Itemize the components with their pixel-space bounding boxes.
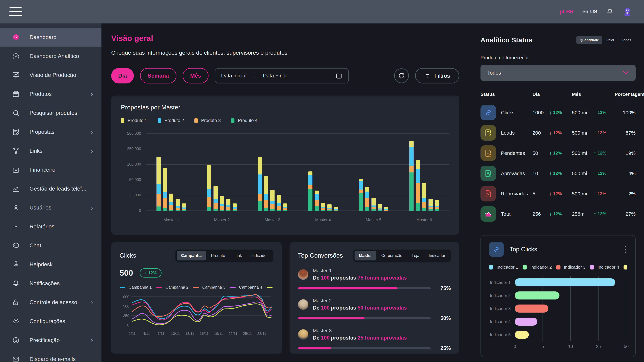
conversions-tab-master[interactable]: Master bbox=[354, 251, 376, 260]
bar-group bbox=[298, 134, 348, 211]
stacked-bar[interactable] bbox=[226, 199, 230, 211]
month-value: 500 mi bbox=[572, 110, 594, 115]
sidebar-item-chat[interactable]: Chat bbox=[0, 236, 102, 255]
stacked-bar[interactable] bbox=[428, 199, 433, 211]
stacked-bar[interactable] bbox=[378, 204, 382, 211]
language-pt-br[interactable]: pt-BR bbox=[560, 9, 574, 15]
clicks-tab-link[interactable]: Link bbox=[230, 251, 246, 260]
clicks-tab-indicador[interactable]: Indicador bbox=[247, 251, 272, 260]
filters-button[interactable]: Filtros bbox=[415, 68, 459, 83]
language-en-us[interactable]: en-US bbox=[582, 9, 598, 15]
clicks-tab-produto[interactable]: Produto bbox=[206, 251, 230, 260]
sidebar-item-pesquisar-produtos[interactable]: Pesquisar produtos bbox=[0, 103, 102, 122]
stacked-bar[interactable] bbox=[220, 196, 224, 211]
sidebar-item-relatorios[interactable]: Relatórios bbox=[0, 217, 102, 236]
sidebar-item-financeiro[interactable]: Financeiro bbox=[0, 160, 102, 179]
stacked-bar[interactable] bbox=[384, 207, 388, 211]
stacked-bar[interactable] bbox=[207, 165, 211, 211]
conversions-tab-corporacao[interactable]: Corporação bbox=[377, 251, 406, 260]
stacked-bar[interactable] bbox=[359, 179, 363, 211]
sidebar-item-precificacao[interactable]: Precificação› bbox=[0, 331, 102, 350]
chevron-down-icon bbox=[623, 71, 629, 75]
conversions-tab-loja[interactable]: Loja bbox=[407, 251, 424, 260]
stacked-bar[interactable] bbox=[258, 157, 262, 211]
stacked-bar[interactable] bbox=[314, 191, 319, 211]
stacked-bar[interactable] bbox=[308, 171, 312, 211]
sidebar-item-dashboard[interactable]: Dashboard bbox=[0, 28, 102, 46]
refresh-button[interactable] bbox=[394, 68, 409, 83]
sidebar-item-dashboard-analitico[interactable]: Dashboard Analítico bbox=[0, 46, 102, 65]
clicks-tab-campanha[interactable]: Campanha bbox=[176, 251, 206, 260]
stacked-bar[interactable] bbox=[182, 203, 186, 211]
stacked-bar[interactable] bbox=[365, 187, 369, 211]
lock-icon bbox=[12, 299, 20, 306]
period-chip-mes[interactable]: Mês bbox=[183, 68, 208, 83]
stacked-bar[interactable] bbox=[435, 200, 439, 211]
hbar[interactable] bbox=[515, 305, 548, 313]
analytics-tab-valor[interactable]: Valor bbox=[603, 36, 618, 44]
status-table: StatusDiaMêsPorcentagem Clicks1000↑12%50… bbox=[480, 92, 636, 224]
arrow-up-icon: ↑ bbox=[594, 211, 596, 217]
period-chip-dia[interactable]: Dia bbox=[111, 68, 134, 83]
monitor-chart-icon bbox=[12, 71, 20, 79]
analytics-tab-quantidade[interactable]: Quantidade bbox=[576, 36, 602, 44]
sidebar-item-visao-de-producao[interactable]: Visão de Produção bbox=[0, 65, 102, 84]
stacked-bar[interactable] bbox=[169, 194, 174, 211]
stacked-bar[interactable] bbox=[416, 160, 420, 211]
hbar[interactable] bbox=[515, 331, 529, 339]
sidebar-item-propostas[interactable]: Propostas› bbox=[0, 122, 102, 141]
cashbox-icon bbox=[12, 166, 20, 174]
sidebar-item-configuracoes[interactable]: Configurações bbox=[0, 312, 102, 331]
chevron-right-icon: › bbox=[90, 337, 93, 344]
stacked-bar[interactable] bbox=[283, 203, 287, 211]
clicks-tabs: CampanhaProdutoLinkIndicador bbox=[176, 250, 273, 262]
hbar-row: Indicador 3 bbox=[489, 302, 627, 315]
sidebar-item-helpdesk[interactable]: Helpdesk bbox=[0, 255, 102, 274]
stacked-bar[interactable] bbox=[327, 204, 332, 211]
day-value: 5 bbox=[532, 191, 549, 197]
sidebar-item-controle-de-acesso[interactable]: Controle de acesso› bbox=[0, 293, 102, 312]
stacked-bar[interactable] bbox=[176, 199, 180, 211]
stacked-bar[interactable] bbox=[321, 203, 325, 211]
x-axis-tick: 5 bbox=[542, 344, 544, 349]
stacked-bar[interactable] bbox=[270, 190, 274, 211]
stacked-bar[interactable] bbox=[156, 157, 161, 211]
stacked-bar[interactable] bbox=[410, 141, 414, 211]
sidebar-item-notificacoes[interactable]: Notificações bbox=[0, 274, 102, 293]
stacked-bar[interactable] bbox=[264, 176, 268, 211]
sidebar-item-disparo-de-e-mails[interactable]: Disparo de e-mails bbox=[0, 350, 102, 362]
period-chip-semana[interactable]: Semana bbox=[140, 68, 176, 83]
conversion-text: De 100 propostas 75 foram aprovadas bbox=[313, 275, 407, 281]
svg-text:19/11: 19/11 bbox=[214, 332, 223, 336]
stacked-bar[interactable] bbox=[372, 198, 376, 211]
sidebar-item-label: Precificação bbox=[30, 337, 60, 344]
hbar[interactable] bbox=[515, 318, 537, 326]
hamburger-menu-icon[interactable] bbox=[10, 4, 22, 19]
stacked-bar[interactable] bbox=[422, 183, 426, 211]
more-options-icon[interactable] bbox=[624, 245, 627, 254]
sidebar-item-produtos[interactable]: Produtos› bbox=[0, 84, 102, 103]
hbar[interactable] bbox=[515, 292, 560, 300]
gauge-icon bbox=[12, 52, 20, 60]
analytics-tab-todos[interactable]: Todos bbox=[618, 36, 634, 44]
clicks-title: Clicks bbox=[120, 252, 136, 259]
progress-bar bbox=[298, 287, 431, 290]
hbar[interactable] bbox=[515, 278, 615, 286]
stacked-bar[interactable] bbox=[277, 195, 281, 211]
sidebar-item-gestao-de-leads-telef[interactable]: Gestão de leads telef... bbox=[0, 179, 102, 198]
stacked-bar[interactable] bbox=[163, 168, 167, 211]
stacked-bar[interactable] bbox=[232, 203, 237, 211]
bell-icon[interactable] bbox=[606, 8, 614, 15]
sidebar-item-usuarios[interactable]: Usuários› bbox=[0, 198, 102, 217]
stacked-bar[interactable] bbox=[334, 207, 338, 211]
avatar[interactable] bbox=[622, 7, 632, 16]
conversions-tab-indicador[interactable]: Indicador bbox=[424, 251, 450, 260]
date-range-field[interactable]: Data inicial → Data Final bbox=[215, 68, 349, 83]
progress-percent: 25% bbox=[436, 345, 451, 351]
sidebar-item-links[interactable]: Links› bbox=[0, 141, 102, 160]
sidebar: DashboardDashboard AnalíticoVisão de Pro… bbox=[0, 23, 102, 362]
bar-group bbox=[348, 134, 399, 211]
box-icon bbox=[12, 90, 20, 98]
supplier-select[interactable]: Todos bbox=[480, 65, 636, 81]
stacked-bar[interactable] bbox=[214, 186, 218, 211]
